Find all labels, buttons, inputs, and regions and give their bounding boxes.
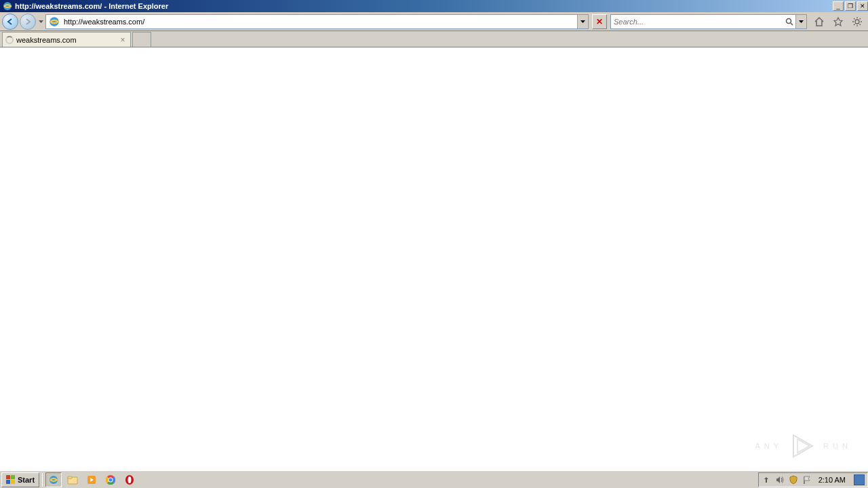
close-button[interactable]: ✕ [857,1,868,11]
ie-page-icon [48,16,60,28]
svg-line-12 [860,18,861,20]
browser-tab[interactable]: weakstreams.com × [2,32,131,47]
taskbar-explorer-icon[interactable] [64,472,81,487]
address-bar [45,14,589,29]
clock[interactable]: 2:10 AM [816,476,848,484]
nav-history-dropdown[interactable] [37,15,44,28]
taskbar-media-icon[interactable] [83,472,100,487]
window-controls: _ ❐ ✕ [831,1,868,11]
tab-strip: weakstreams.com × [0,31,868,47]
svg-rect-16 [11,480,15,484]
svg-line-3 [791,23,793,25]
taskbar-opera-icon[interactable] [121,472,138,487]
show-desktop-button[interactable] [854,474,865,485]
search-bar [610,14,807,29]
search-dropdown[interactable] [795,15,806,28]
window-titlebar: http://weakstreams.com/ - Internet Explo… [0,0,868,12]
taskbar: Start 2:10 AM [0,470,868,488]
back-button[interactable] [2,14,18,30]
system-tray: 2:10 AM [758,472,868,487]
tab-close-icon[interactable]: × [118,35,127,45]
svg-point-28 [128,476,132,483]
navigation-toolbar: ✕ [0,12,868,31]
ie-icon [2,1,13,12]
watermark-text-right: RUN [823,442,852,450]
forward-button[interactable] [20,14,36,30]
page-content [0,47,868,470]
window-title: http://weakstreams.com/ - Internet Explo… [15,2,831,10]
search-icon[interactable] [783,18,795,26]
start-button[interactable]: Start [1,472,39,487]
tools-icon[interactable] [850,15,864,28]
address-input[interactable] [62,18,577,26]
windows-flag-icon [6,475,16,485]
favorites-icon[interactable] [831,15,845,28]
svg-line-10 [860,24,861,25]
svg-point-26 [109,478,113,481]
minimize-button[interactable]: _ [833,1,844,11]
taskbar-ie-icon[interactable] [45,472,62,487]
new-tab-button[interactable] [132,32,151,47]
svg-point-2 [787,18,791,23]
svg-line-9 [854,18,855,20]
svg-rect-14 [11,475,15,479]
watermark-text-left: ANY [755,442,783,450]
taskbar-separator [42,473,43,487]
svg-line-11 [854,24,855,25]
volume-icon[interactable] [775,475,785,485]
address-dropdown[interactable] [577,15,588,28]
svg-rect-19 [68,476,72,479]
search-input[interactable] [611,18,783,26]
tab-title: weakstreams.com [16,36,115,44]
home-icon[interactable] [812,15,826,28]
watermark: ANY RUN [755,431,852,461]
svg-rect-15 [6,480,10,484]
flag-icon[interactable] [802,475,812,485]
stop-button[interactable]: ✕ [592,14,607,29]
loading-spinner-icon [5,36,14,44]
start-label: Start [18,476,35,484]
svg-rect-13 [6,475,10,479]
taskbar-chrome-icon[interactable] [102,472,119,487]
svg-point-4 [855,20,859,24]
maximize-button[interactable]: ❐ [845,1,856,11]
play-icon [788,431,818,461]
tray-expand-icon[interactable] [762,475,771,485]
shield-icon[interactable] [789,475,798,485]
